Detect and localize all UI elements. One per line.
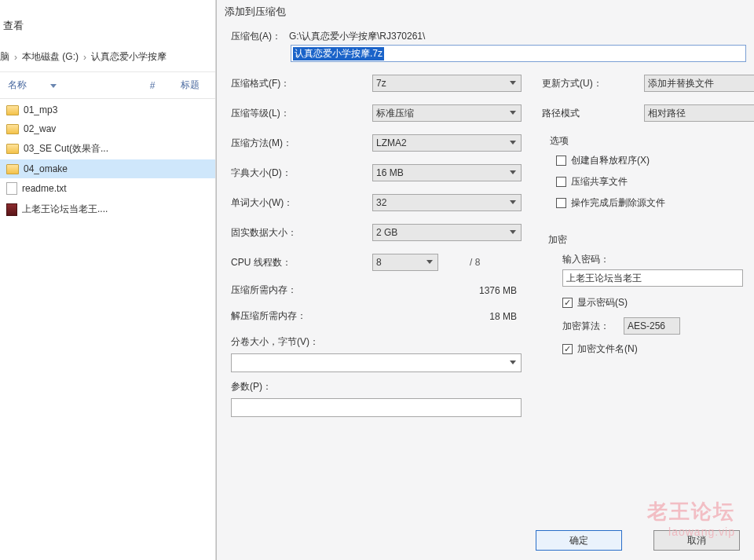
column-header-number[interactable]: # xyxy=(143,80,162,91)
password-input[interactable]: 上老王论坛当老王 xyxy=(562,269,743,287)
checkbox-icon xyxy=(556,198,566,208)
item-label: 上老王论坛当老王.... xyxy=(22,203,108,216)
word-label: 单词大小(W)： xyxy=(231,196,372,210)
split-label: 分卷大小，字节(V)： xyxy=(231,335,522,349)
breadcrumb[interactable]: 脑 › 本地磁盘 (G:) › 认真恋爱小学按摩 xyxy=(0,39,215,72)
cpu-combo[interactable]: 8 xyxy=(372,254,438,271)
solid-combo[interactable]: 2 GB xyxy=(372,224,522,241)
decompress-mem-label: 解压缩所需内存： xyxy=(231,309,372,323)
breadcrumb-part[interactable]: 认真恋爱小学按摩 xyxy=(91,50,167,64)
update-combo[interactable]: 添加并替换文件 xyxy=(644,75,754,92)
breadcrumb-separator-icon: › xyxy=(83,52,86,63)
column-headers[interactable]: 名称 # 标题 xyxy=(0,72,215,99)
checkbox-icon xyxy=(556,156,566,166)
level-combo[interactable]: 标准压缩 xyxy=(372,104,522,122)
password-label: 输入密码： xyxy=(562,253,754,266)
params-label: 参数(P)： xyxy=(231,380,522,393)
delete-checkbox-row[interactable]: 操作完成后删除源文件 xyxy=(556,196,754,210)
file-list: 01_mp3 02_wav 03_SE Cut(效果音... 04_omake … xyxy=(0,99,215,220)
dict-label: 字典大小(D)： xyxy=(231,167,372,180)
checkbox-icon xyxy=(556,177,566,187)
split-size-combo[interactable] xyxy=(231,353,522,372)
solid-label: 固实数据大小： xyxy=(231,226,372,240)
method-label: 压缩方法(M)： xyxy=(231,137,372,150)
ok-button[interactable]: 确定 xyxy=(536,530,622,551)
list-item[interactable]: 01_mp3 xyxy=(0,101,215,119)
breadcrumb-separator-icon: › xyxy=(14,52,17,63)
chevron-down-icon xyxy=(425,258,434,267)
algo-combo[interactable]: AES-256 xyxy=(624,317,680,335)
folder-icon xyxy=(6,105,19,115)
sfx-label: 创建自释放程序(X) xyxy=(571,154,650,167)
list-item[interactable]: 03_SE Cut(效果音... xyxy=(0,138,215,159)
chevron-down-icon xyxy=(508,198,518,207)
list-item[interactable]: readme.txt xyxy=(0,178,215,199)
breadcrumb-part[interactable]: 本地磁盘 (G:) xyxy=(22,50,79,64)
file-explorer-panel: 查看 脑 › 本地磁盘 (G:) › 认真恋爱小学按摩 名称 # 标题 01_m… xyxy=(0,0,216,560)
archive-label: 压缩包(A)： xyxy=(231,30,281,43)
sfx-checkbox-row[interactable]: 创建自释放程序(X) xyxy=(556,154,754,167)
chevron-down-icon xyxy=(508,138,518,148)
list-item[interactable]: 上老王论坛当老王.... xyxy=(0,199,215,220)
chevron-down-icon xyxy=(508,168,518,178)
method-combo[interactable]: LZMA2 xyxy=(372,134,522,152)
compress-mem-value: 1376 MB xyxy=(479,285,522,296)
level-label: 压缩等级(L)： xyxy=(231,107,372,120)
params-input[interactable] xyxy=(231,398,522,417)
cancel-button[interactable]: 取消 xyxy=(653,530,740,551)
list-item[interactable]: 04_omake xyxy=(0,159,215,178)
format-label: 压缩格式(F)： xyxy=(231,77,372,90)
compress-dialog: 添加到压缩包 压缩包(A)： G:\认真恋爱小学按摩\RJ370261\ 认真恋… xyxy=(216,0,754,560)
decompress-mem-value: 18 MB xyxy=(489,311,522,322)
checkbox-checked-icon xyxy=(562,344,573,354)
folder-icon xyxy=(6,164,19,174)
column-header-name[interactable]: 名称 xyxy=(8,79,124,92)
compress-mem-label: 压缩所需内存： xyxy=(231,284,372,297)
word-combo[interactable]: 32 xyxy=(372,194,522,211)
text-file-icon xyxy=(6,182,17,195)
item-label: 02_wav xyxy=(24,123,56,134)
share-checkbox-row[interactable]: 压缩共享文件 xyxy=(556,175,754,188)
update-label: 更新方式(U)： xyxy=(542,77,644,90)
filename-selection: 认真恋爱小学按摩.7z xyxy=(293,47,384,60)
dict-combo[interactable]: 16 MB xyxy=(372,164,522,181)
chevron-down-icon xyxy=(508,228,518,237)
delete-label: 操作完成后删除源文件 xyxy=(571,196,665,210)
folder-icon xyxy=(6,124,19,134)
show-password-label: 显示密码(S) xyxy=(577,296,628,309)
pathmode-label: 路径模式 xyxy=(542,107,644,120)
view-menu-label[interactable]: 查看 xyxy=(0,0,215,39)
archive-filename-input[interactable]: 认真恋爱小学按摩.7z xyxy=(291,45,746,62)
algo-label: 加密算法： xyxy=(562,320,609,333)
cpu-label: CPU 线程数： xyxy=(231,256,372,269)
cpu-max-text: / 8 xyxy=(470,257,480,268)
share-label: 压缩共享文件 xyxy=(571,175,628,188)
item-label: 01_mp3 xyxy=(24,104,57,115)
sort-indicator-icon xyxy=(50,84,57,88)
column-header-title[interactable]: 标题 xyxy=(181,79,212,92)
chevron-down-icon xyxy=(508,79,518,88)
checkbox-checked-icon xyxy=(562,298,573,308)
format-combo[interactable]: 7z xyxy=(372,75,522,92)
archive-file-icon xyxy=(6,203,17,216)
folder-icon xyxy=(6,144,19,154)
item-label: 03_SE Cut(效果音... xyxy=(24,142,108,156)
options-group-title: 选项 xyxy=(550,134,754,148)
list-item[interactable]: 02_wav xyxy=(0,119,215,138)
breadcrumb-part[interactable]: 脑 xyxy=(0,50,9,64)
encrypt-group-title: 加密 xyxy=(548,233,754,247)
dialog-title: 添加到压缩包 xyxy=(217,0,754,27)
encrypt-names-checkbox-row[interactable]: 加密文件名(N) xyxy=(562,342,754,356)
item-label: readme.txt xyxy=(22,183,67,194)
chevron-down-icon xyxy=(508,108,518,118)
show-password-checkbox-row[interactable]: 显示密码(S) xyxy=(562,296,754,309)
encrypt-names-label: 加密文件名(N) xyxy=(577,342,638,356)
item-label: 04_omake xyxy=(24,163,68,174)
pathmode-combo[interactable]: 相对路径 xyxy=(644,104,754,122)
archive-path-text: G:\认真恋爱小学按摩\RJ370261\ xyxy=(289,30,425,43)
